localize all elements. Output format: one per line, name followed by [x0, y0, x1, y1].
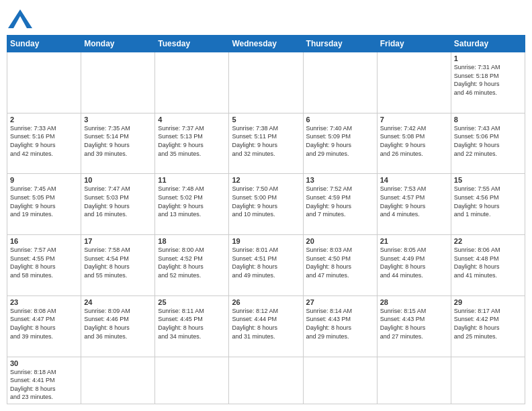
day-number: 18 [158, 237, 226, 245]
day-number: 8 [454, 116, 522, 124]
day-info: Sunrise: 8:01 AM Sunset: 4:51 PM Dayligh… [232, 246, 300, 279]
day-info: Sunrise: 8:03 AM Sunset: 4:50 PM Dayligh… [306, 246, 374, 279]
calendar-cell [377, 52, 451, 113]
day-number: 17 [84, 237, 152, 245]
day-info: Sunrise: 7:47 AM Sunset: 5:03 PM Dayligh… [84, 185, 152, 218]
calendar-table: SundayMondayTuesdayWednesdayThursdayFrid… [7, 35, 525, 404]
calendar-cell: 27Sunrise: 8:14 AM Sunset: 4:43 PM Dayli… [303, 295, 377, 357]
day-info: Sunrise: 7:35 AM Sunset: 5:14 PM Dayligh… [84, 124, 152, 158]
calendar-cell [81, 52, 155, 113]
calendar-cell [303, 357, 377, 404]
day-info: Sunrise: 8:08 AM Sunset: 4:47 PM Dayligh… [10, 307, 78, 340]
day-info: Sunrise: 7:38 AM Sunset: 5:11 PM Dayligh… [232, 124, 300, 158]
calendar-cell: 13Sunrise: 7:52 AM Sunset: 4:59 PM Dayli… [303, 174, 377, 235]
day-info: Sunrise: 8:17 AM Sunset: 4:42 PM Dayligh… [454, 307, 522, 340]
day-number: 15 [454, 176, 522, 184]
calendar-cell [229, 357, 303, 404]
day-number: 7 [380, 116, 448, 124]
calendar-cell: 14Sunrise: 7:53 AM Sunset: 4:57 PM Dayli… [377, 174, 451, 235]
calendar-cell: 28Sunrise: 8:15 AM Sunset: 4:43 PM Dayli… [377, 295, 451, 357]
calendar-cell: 22Sunrise: 8:06 AM Sunset: 4:48 PM Dayli… [451, 235, 525, 296]
calendar-cell: 21Sunrise: 8:05 AM Sunset: 4:49 PM Dayli… [377, 235, 451, 296]
calendar-week-row: 9Sunrise: 7:45 AM Sunset: 5:05 PM Daylig… [7, 174, 525, 235]
day-number: 12 [232, 176, 300, 184]
day-number: 9 [10, 176, 78, 184]
logo [7, 9, 32, 31]
calendar-week-row: 23Sunrise: 8:08 AM Sunset: 4:47 PM Dayli… [7, 295, 525, 357]
calendar-week-row: 2Sunrise: 7:33 AM Sunset: 5:16 PM Daylig… [7, 113, 525, 174]
day-info: Sunrise: 8:12 AM Sunset: 4:44 PM Dayligh… [232, 307, 300, 340]
day-number: 16 [10, 237, 78, 245]
day-number: 29 [454, 298, 522, 306]
calendar-cell: 1Sunrise: 7:31 AM Sunset: 5:18 PM Daylig… [451, 52, 525, 113]
calendar-body: 1Sunrise: 7:31 AM Sunset: 5:18 PM Daylig… [7, 52, 525, 404]
calendar-header: SundayMondayTuesdayWednesdayThursdayFrid… [7, 36, 525, 52]
calendar-cell: 12Sunrise: 7:50 AM Sunset: 5:00 PM Dayli… [229, 174, 303, 235]
calendar-cell: 26Sunrise: 8:12 AM Sunset: 4:44 PM Dayli… [229, 295, 303, 357]
calendar-cell: 11Sunrise: 7:48 AM Sunset: 5:02 PM Dayli… [155, 174, 229, 235]
logo-icon [8, 9, 32, 28]
weekday-header-tuesday: Tuesday [155, 36, 229, 52]
day-number: 19 [232, 237, 300, 245]
day-info: Sunrise: 7:40 AM Sunset: 5:09 PM Dayligh… [306, 124, 374, 158]
calendar-cell [7, 52, 81, 113]
calendar-cell: 3Sunrise: 7:35 AM Sunset: 5:14 PM Daylig… [81, 113, 155, 174]
calendar-week-row: 16Sunrise: 7:57 AM Sunset: 4:55 PM Dayli… [7, 235, 525, 296]
day-number: 13 [306, 176, 374, 184]
calendar-cell: 9Sunrise: 7:45 AM Sunset: 5:05 PM Daylig… [7, 174, 81, 235]
day-info: Sunrise: 7:43 AM Sunset: 5:06 PM Dayligh… [454, 124, 522, 158]
calendar-cell: 7Sunrise: 7:42 AM Sunset: 5:08 PM Daylig… [377, 113, 451, 174]
day-info: Sunrise: 8:11 AM Sunset: 4:45 PM Dayligh… [158, 307, 226, 340]
day-info: Sunrise: 7:37 AM Sunset: 5:13 PM Dayligh… [158, 124, 226, 158]
day-number: 3 [84, 116, 152, 124]
day-info: Sunrise: 8:05 AM Sunset: 4:49 PM Dayligh… [380, 246, 448, 279]
calendar-week-row: 1Sunrise: 7:31 AM Sunset: 5:18 PM Daylig… [7, 52, 525, 113]
day-info: Sunrise: 7:52 AM Sunset: 4:59 PM Dayligh… [306, 185, 374, 218]
calendar-cell [81, 357, 155, 404]
weekday-header-row: SundayMondayTuesdayWednesdayThursdayFrid… [7, 36, 525, 52]
day-info: Sunrise: 8:06 AM Sunset: 4:48 PM Dayligh… [454, 246, 522, 279]
calendar-cell: 23Sunrise: 8:08 AM Sunset: 4:47 PM Dayli… [7, 295, 81, 357]
logo-text [7, 9, 32, 31]
day-info: Sunrise: 7:42 AM Sunset: 5:08 PM Dayligh… [380, 124, 448, 158]
calendar-cell: 25Sunrise: 8:11 AM Sunset: 4:45 PM Dayli… [155, 295, 229, 357]
day-number: 27 [306, 298, 374, 306]
calendar-cell [155, 52, 229, 113]
day-info: Sunrise: 7:55 AM Sunset: 4:56 PM Dayligh… [454, 185, 522, 218]
day-number: 23 [10, 298, 78, 306]
calendar-cell: 30Sunrise: 8:18 AM Sunset: 4:41 PM Dayli… [7, 357, 81, 404]
day-info: Sunrise: 8:00 AM Sunset: 4:52 PM Dayligh… [158, 246, 226, 279]
calendar-cell: 20Sunrise: 8:03 AM Sunset: 4:50 PM Dayli… [303, 235, 377, 296]
calendar-cell: 29Sunrise: 8:17 AM Sunset: 4:42 PM Dayli… [451, 295, 525, 357]
day-number: 10 [84, 176, 152, 184]
calendar-cell [377, 357, 451, 404]
calendar-cell [303, 52, 377, 113]
calendar-cell: 8Sunrise: 7:43 AM Sunset: 5:06 PM Daylig… [451, 113, 525, 174]
day-info: Sunrise: 7:48 AM Sunset: 5:02 PM Dayligh… [158, 185, 226, 218]
weekday-header-sunday: Sunday [7, 36, 81, 52]
day-number: 1 [454, 54, 522, 62]
day-number: 11 [158, 176, 226, 184]
calendar-cell [229, 52, 303, 113]
calendar-cell [155, 357, 229, 404]
calendar-cell: 5Sunrise: 7:38 AM Sunset: 5:11 PM Daylig… [229, 113, 303, 174]
calendar-cell: 16Sunrise: 7:57 AM Sunset: 4:55 PM Dayli… [7, 235, 81, 296]
calendar-cell: 6Sunrise: 7:40 AM Sunset: 5:09 PM Daylig… [303, 113, 377, 174]
weekday-header-wednesday: Wednesday [229, 36, 303, 52]
day-number: 6 [306, 116, 374, 124]
weekday-header-thursday: Thursday [303, 36, 377, 52]
day-number: 28 [380, 298, 448, 306]
page: SundayMondayTuesdayWednesdayThursdayFrid… [0, 0, 532, 411]
day-number: 22 [454, 237, 522, 245]
weekday-header-friday: Friday [377, 36, 451, 52]
day-info: Sunrise: 8:18 AM Sunset: 4:41 PM Dayligh… [10, 368, 78, 402]
day-info: Sunrise: 7:31 AM Sunset: 5:18 PM Dayligh… [454, 63, 522, 97]
calendar-cell [451, 357, 525, 404]
calendar-cell: 18Sunrise: 8:00 AM Sunset: 4:52 PM Dayli… [155, 235, 229, 296]
day-info: Sunrise: 8:14 AM Sunset: 4:43 PM Dayligh… [306, 307, 374, 340]
day-info: Sunrise: 8:15 AM Sunset: 4:43 PM Dayligh… [380, 307, 448, 340]
day-info: Sunrise: 7:33 AM Sunset: 5:16 PM Dayligh… [10, 124, 78, 158]
day-number: 2 [10, 116, 78, 124]
day-info: Sunrise: 7:57 AM Sunset: 4:55 PM Dayligh… [10, 246, 78, 279]
day-number: 30 [10, 359, 78, 367]
